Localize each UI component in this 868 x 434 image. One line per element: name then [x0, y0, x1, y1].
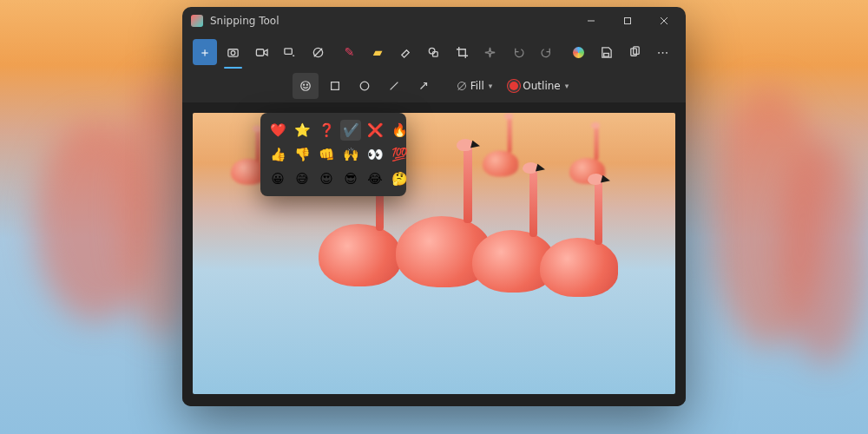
- emoji-fire[interactable]: 🔥: [389, 120, 410, 141]
- smiley-icon: [299, 80, 312, 92]
- crop-icon: [456, 46, 469, 59]
- outline-dropdown[interactable]: Outline ▾: [503, 74, 575, 98]
- save-icon: [600, 46, 613, 59]
- emoji-picker-popup: ❤️ ⭐ ❓ ✔️ ❌ 🔥 👍 👎 👊 🙌 👀 💯 😀 😅 😍 😎 😂 🤔: [260, 113, 406, 196]
- minimize-button[interactable]: [573, 7, 609, 35]
- circle-shape-button[interactable]: [352, 73, 378, 99]
- emoji-heart-eyes[interactable]: 😍: [316, 168, 337, 189]
- shapes-sub-toolbar: Fill ▾ Outline ▾: [182, 69, 686, 102]
- app-icon: [191, 15, 203, 27]
- shapes-tool-button[interactable]: [422, 39, 446, 65]
- svg-point-17: [306, 84, 307, 85]
- circle-icon: [358, 80, 371, 92]
- emoji-question[interactable]: ❓: [316, 120, 337, 141]
- svg-rect-1: [625, 18, 631, 24]
- outline-swatch-icon: [510, 82, 518, 90]
- svg-point-5: [231, 50, 235, 55]
- save-button[interactable]: [595, 39, 619, 65]
- color-icon: [573, 47, 584, 58]
- maximize-button[interactable]: [609, 7, 646, 35]
- emoji-sweat-smile[interactable]: 😅: [292, 168, 312, 189]
- svg-line-21: [420, 83, 426, 89]
- emoji-grin[interactable]: 😀: [267, 168, 288, 189]
- more-icon: ⋯: [657, 46, 669, 58]
- eraser-tool-button[interactable]: [393, 39, 418, 65]
- main-toolbar: ＋ ✎ ▰: [182, 35, 686, 69]
- copy-icon: [628, 46, 641, 59]
- svg-line-20: [390, 82, 398, 90]
- emoji-thinking[interactable]: 🤔: [389, 168, 410, 189]
- redo-button[interactable]: [535, 39, 559, 65]
- highlighter-tool-button[interactable]: ▰: [365, 39, 390, 65]
- titlebar: Snipping Tool: [182, 7, 686, 35]
- undo-icon: [512, 46, 525, 59]
- chevron-down-icon: ▾: [489, 82, 493, 90]
- emoji-thumbs-down[interactable]: 👎: [292, 144, 312, 165]
- close-button[interactable]: [646, 7, 682, 35]
- window-title: Snipping Tool: [210, 15, 279, 27]
- emoji-shape-button[interactable]: [293, 73, 319, 99]
- snip-mode-button[interactable]: [220, 39, 245, 65]
- emoji-eyes[interactable]: 👀: [365, 144, 385, 165]
- emoji-thumbs-up[interactable]: 👍: [267, 144, 288, 165]
- snip-shape-dropdown[interactable]: [277, 39, 301, 65]
- line-icon: [388, 80, 400, 92]
- chevron-down-icon: ▾: [565, 82, 569, 90]
- emoji-check[interactable]: ✔️: [340, 120, 361, 141]
- emoji-raised-hands[interactable]: 🙌: [340, 144, 361, 165]
- record-mode-button[interactable]: [249, 39, 273, 65]
- svg-rect-6: [256, 49, 263, 56]
- camera-icon: [227, 46, 240, 59]
- svg-point-15: [300, 82, 310, 91]
- pen-tool-button[interactable]: ✎: [337, 39, 361, 65]
- shapes-icon: [427, 46, 440, 59]
- emoji-fist[interactable]: 👊: [316, 144, 337, 165]
- svg-point-16: [303, 84, 304, 85]
- svg-point-19: [360, 82, 369, 90]
- outline-label: Outline: [523, 80, 560, 92]
- snipping-tool-window: Snipping Tool ＋ ✎ ▰: [182, 7, 686, 406]
- emoji-heart[interactable]: ❤️: [267, 120, 288, 141]
- copy-button[interactable]: [622, 39, 647, 65]
- canvas-area: [182, 102, 686, 406]
- color-picker-button[interactable]: [566, 39, 590, 65]
- arrow-shape-button[interactable]: [411, 73, 437, 99]
- fill-dropdown[interactable]: Fill ▾: [450, 74, 500, 98]
- rectangle-dropdown-icon: [283, 46, 296, 59]
- svg-rect-11: [433, 51, 438, 56]
- square-icon: [329, 80, 341, 92]
- emoji-sunglasses[interactable]: 😎: [340, 168, 361, 189]
- arrow-icon: [418, 80, 430, 92]
- new-snip-button[interactable]: ＋: [193, 39, 217, 65]
- no-delay-icon: [312, 46, 325, 59]
- emoji-hundred[interactable]: 💯: [389, 144, 410, 165]
- undo-button[interactable]: [506, 39, 530, 65]
- line-shape-button[interactable]: [381, 73, 407, 99]
- emoji-joy[interactable]: 😂: [365, 168, 385, 189]
- text-actions-button[interactable]: [478, 39, 503, 65]
- delay-dropdown[interactable]: [306, 39, 330, 65]
- emoji-cross[interactable]: ❌: [365, 120, 385, 141]
- svg-point-10: [430, 48, 436, 54]
- emoji-star[interactable]: ⭐: [292, 120, 312, 141]
- svg-rect-18: [331, 82, 339, 90]
- eraser-icon: [399, 46, 412, 59]
- redo-icon: [540, 46, 553, 59]
- more-button[interactable]: ⋯: [651, 39, 675, 65]
- crop-tool-button[interactable]: [450, 39, 474, 65]
- svg-rect-7: [285, 48, 292, 54]
- no-fill-swatch-icon: [457, 82, 466, 90]
- svg-rect-12: [604, 53, 609, 56]
- pen-icon: ✎: [345, 46, 355, 58]
- fill-label: Fill: [470, 80, 484, 92]
- sparkle-icon: [483, 46, 496, 59]
- highlighter-icon: ▰: [373, 46, 383, 58]
- plus-icon: ＋: [199, 46, 211, 58]
- rectangle-shape-button[interactable]: [322, 73, 348, 99]
- video-icon: [255, 46, 268, 59]
